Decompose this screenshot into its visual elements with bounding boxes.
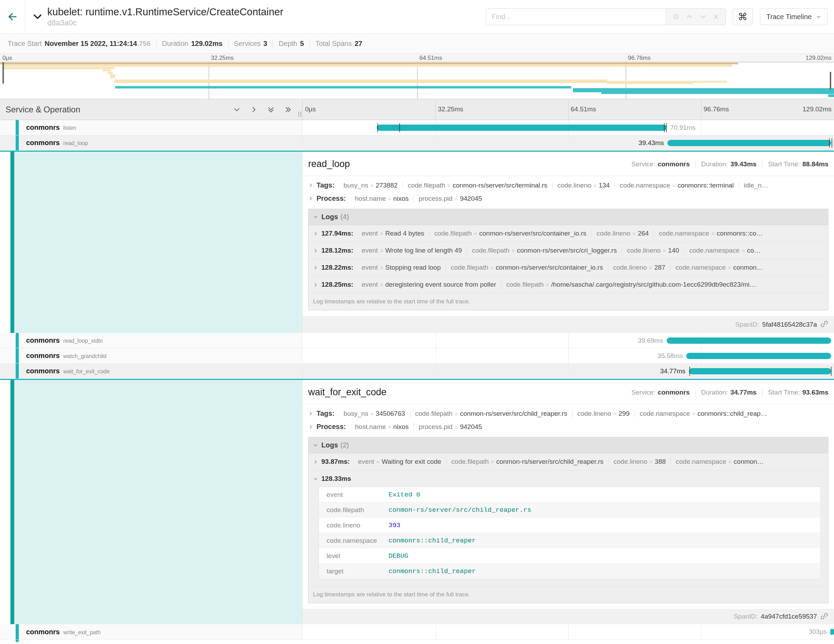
- log-field-key: code.filepath: [319, 506, 388, 514]
- timeline-gridline: [568, 624, 569, 639]
- log-entry[interactable]: 128.12ms:event=Wrote log line of length …: [309, 242, 828, 259]
- log-entry-header[interactable]: 128.33ms: [313, 475, 824, 482]
- equals-sign: =: [711, 231, 714, 237]
- detail-meta-label: Service:: [632, 388, 656, 396]
- expand-one-icon[interactable]: [250, 106, 258, 113]
- equals-sign: =: [649, 459, 653, 465]
- log-timestamp: 128.33ms: [322, 475, 351, 482]
- keyboard-shortcuts-button[interactable]: ⌘: [733, 8, 753, 25]
- logs-header[interactable]: Logs(2): [309, 437, 828, 453]
- span-name-cell: conmonrslisten: [0, 120, 302, 135]
- log-field: event=Waiting for exit code: [353, 458, 446, 466]
- focus-target-icon[interactable]: [672, 13, 680, 21]
- tags-row[interactable]: Tags:busy_ns=273882code.filepath=conmon-…: [302, 176, 834, 189]
- span-duration-bar[interactable]: [667, 338, 831, 344]
- service-name: conmonrs: [26, 123, 60, 131]
- deep-link-button[interactable]: [820, 320, 828, 329]
- log-field: code.namespace=conmon…: [671, 264, 768, 271]
- log-field-value: conmon-rs/server/src/container_io.rs: [479, 230, 587, 237]
- span-row-wait_for_exit_code[interactable]: conmonrswait_for_exit_code34.77ms: [0, 364, 834, 379]
- log-entry[interactable]: 127.94ms:event=Read 4 bytescode.filepath…: [309, 225, 828, 242]
- span-name-cell: conmonrswatch_grandchild: [0, 348, 302, 363]
- find-input[interactable]: [486, 9, 666, 25]
- timeline-tick-label: 96.76ms: [701, 99, 729, 119]
- minimap-span-segment: [107, 72, 112, 74]
- log-field-value: conmonrs::child_reaper: [388, 537, 476, 544]
- find-prev-icon[interactable]: [685, 13, 693, 21]
- span-row-read_loop[interactable]: conmonrsread_loop39.43ms: [0, 135, 834, 150]
- summary-item: Services3: [228, 40, 273, 48]
- chevron-right-icon: [313, 459, 318, 464]
- detail-meta: Service:conmonrsDuration:39.43msStart Ti…: [632, 160, 829, 168]
- tags-row[interactable]: Tags:busy_ns=34506763code.filepath=conmo…: [302, 404, 834, 417]
- minimap-span-segment: [828, 94, 834, 97]
- process-row[interactable]: Process:host.name=nixosprocess.pid=94204…: [302, 417, 834, 431]
- minimap-canvas[interactable]: [0, 62, 834, 99]
- collapse-one-icon[interactable]: [233, 106, 241, 113]
- equals-sign: =: [454, 196, 458, 202]
- log-field-value: Stopping read loop: [385, 264, 441, 271]
- log-field-row: targetconmonrs::child_reaper: [319, 564, 820, 579]
- logs-header[interactable]: Logs(4): [309, 209, 828, 225]
- equals-sign: =: [672, 183, 676, 189]
- log-field-key: event: [362, 247, 378, 254]
- clear-find-icon[interactable]: [713, 13, 719, 20]
- equals-sign: =: [380, 248, 383, 254]
- summary-label: Depth: [279, 40, 297, 48]
- span-color-indicator: [16, 624, 19, 639]
- expand-all-icon[interactable]: [284, 106, 292, 113]
- equals-sign: =: [491, 459, 494, 465]
- detail-meta-label: Service:: [632, 160, 656, 168]
- span-duration-bar[interactable]: [377, 125, 667, 131]
- log-entry-expanded[interactable]: 128.33mseventExited 0code.filepathconmon…: [309, 470, 828, 586]
- detail-header: read_loopService:conmonrsDuration:39.43m…: [302, 152, 834, 173]
- span-timeline-cell: 303μs: [302, 624, 834, 639]
- summary-value: 3: [263, 40, 267, 48]
- trace-view-selector[interactable]: Trace Timeline: [760, 8, 828, 25]
- log-field-key: event: [358, 458, 374, 466]
- detail-meta-item: Start Time:88.84ms: [762, 160, 828, 168]
- log-entry[interactable]: 93.87ms:event=Waiting for exit codecode.…: [309, 453, 828, 470]
- chevron-right-icon: [313, 282, 318, 287]
- tags-tag-value: conmonrs::child_reap…: [697, 410, 767, 417]
- log-marker-tick: [666, 123, 667, 132]
- span-row-partial[interactable]: [0, 640, 834, 642]
- log-field: event=Stopping read loop: [357, 264, 446, 271]
- span-duration-bar[interactable]: [830, 629, 834, 635]
- minimap-left-handle[interactable]: [2, 62, 4, 84]
- log-field-value: conmonrs::child_reaper: [388, 568, 476, 575]
- log-entry[interactable]: 128.22ms:event=Stopping read loopcode.fi…: [309, 259, 828, 276]
- span-row-watch_grandchild[interactable]: conmonrswatch_grandchild35.58ms: [0, 348, 834, 364]
- chevron-down-icon: [816, 14, 821, 19]
- timeline-tick-label: 64.51ms: [568, 99, 596, 119]
- span-duration-bar[interactable]: [689, 368, 831, 374]
- deep-link-button[interactable]: [820, 612, 828, 621]
- find-next-icon[interactable]: [699, 13, 707, 21]
- collapse-all-icon[interactable]: [267, 106, 275, 113]
- minimap-span-segment: [601, 91, 834, 94]
- timeline-gridline: [568, 364, 569, 379]
- span-row-listen[interactable]: conmonrslisten70.91ms: [0, 120, 834, 135]
- process-row[interactable]: Process:host.name=nixosprocess.pid=94204…: [302, 189, 834, 202]
- back-button[interactable]: [0, 0, 25, 33]
- log-field-list: event=deregistering event source from po…: [357, 281, 761, 288]
- trace-collapse-toggle[interactable]: [32, 11, 43, 22]
- minimap-span-segment: [110, 74, 115, 78]
- chevron-right-icon: [313, 231, 318, 236]
- log-field-key: code.lineno: [613, 264, 647, 271]
- log-entry[interactable]: 128.25ms:event=deregistering event sourc…: [309, 276, 828, 293]
- service-name: conmonrs: [26, 628, 60, 636]
- log-field-value: Wrote log line of length 49: [385, 247, 462, 254]
- log-field: event=Read 4 bytes: [357, 230, 430, 237]
- minimap-right-handle[interactable]: [830, 72, 831, 89]
- tags-tag-value: 134: [598, 181, 610, 189]
- minimap-span-segment: [103, 70, 111, 71]
- span-duration-bar[interactable]: [686, 353, 831, 359]
- log-field-row: code.namespaceconmonrs::child_reaper: [319, 533, 820, 549]
- span-row-read_loop_stdin[interactable]: conmonrsread_loop_stdin39.69ms: [0, 333, 834, 348]
- detail-meta-value: 88.84ms: [802, 160, 828, 168]
- span-duration-bar[interactable]: [668, 140, 831, 146]
- minimap-span-segment: [3, 67, 115, 69]
- span-row-write_exit_path[interactable]: conmonrswrite_exit_path303μs: [0, 624, 834, 640]
- column-resizer[interactable]: [298, 112, 301, 117]
